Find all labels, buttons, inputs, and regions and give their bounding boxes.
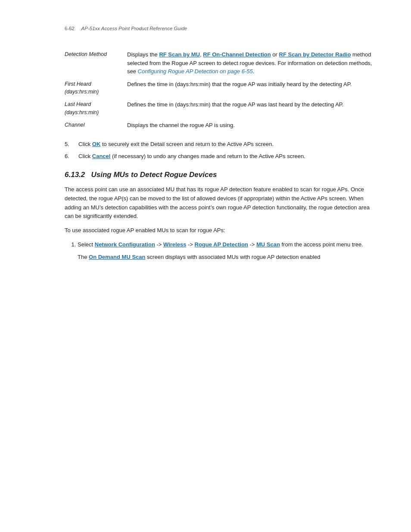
term-first-heard: First Heard(days:hrs:min) [65,78,127,99]
step-6-num: 6. [65,152,75,161]
link-configuring-rogue[interactable]: Configuring Rogue AP Detection on page 6… [138,68,253,75]
page-title: AP-51xx Access Point Product Reference G… [81,26,187,31]
link-rogue-ap-detection[interactable]: Rogue AP Detection [195,241,248,248]
def-last-heard: Defines the time in (days:hrs:min) that … [127,98,377,119]
step-6-text: Click Cancel (if necessary) to undo any … [78,152,305,161]
link-network-config[interactable]: Network Configuration [95,241,155,248]
section-heading: 6.13.2 Using MUs to Detect Rogue Devices [65,171,377,179]
page-number: 6-62 [65,26,75,31]
term-last-heard: Last Heard(days:hrs:min) [65,98,127,119]
term-detection-method: Detection Method [65,48,127,78]
link-ok[interactable]: OK [92,141,101,147]
section-number: 6.13.2 [65,171,85,179]
def-channel: Displays the channel the rogue AP is usi… [127,119,377,132]
link-wireless[interactable]: Wireless [163,241,186,248]
link-rf-on-channel[interactable]: RF On-Channel Detection [203,51,271,58]
step-5-text: Click OK to securely exit the Detail scr… [78,140,274,149]
def-detection-method: Displays the RF Scan by MU, RF On-Channe… [127,48,377,78]
numbered-steps-list: Select Network Configuration -> Wireless… [78,240,377,262]
definition-table: Detection Method Displays the RF Scan by… [65,48,377,131]
step-5: 5. Click OK to securely exit the Detail … [65,140,377,149]
body-para-2: To use associated rogue AP enabled MUs t… [65,226,377,235]
link-rf-scan-mu[interactable]: RF Scan by MU [159,51,200,58]
table-row: Last Heard(days:hrs:min) Defines the tim… [65,98,377,119]
table-row: First Heard(days:hrs:min) Defines the ti… [65,78,377,99]
step-6: 6. Click Cancel (if necessary) to undo a… [65,152,377,161]
table-row: Detection Method Displays the RF Scan by… [65,48,377,78]
link-mu-scan[interactable]: MU Scan [256,241,280,248]
page-header: 6-62 AP-51xx Access Point Product Refere… [65,26,377,31]
term-channel: Channel [65,119,127,132]
page: 6-62 AP-51xx Access Point Product Refere… [0,0,411,532]
section-title: Using MUs to Detect Rogue Devices [91,171,217,179]
step-1-sub-para: The On Demand MU Scan screen displays wi… [78,253,377,262]
link-cancel[interactable]: Cancel [92,153,111,159]
step-5-num: 5. [65,140,75,149]
def-first-heard: Defines the time in (days:hrs:min) that … [127,78,377,99]
link-on-demand-mu-scan[interactable]: On Demand MU Scan [89,254,145,260]
table-row: Channel Displays the channel the rogue A… [65,119,377,132]
simple-steps-list: 5. Click OK to securely exit the Detail … [65,140,377,160]
body-para-1: The access point can use an associated M… [65,185,377,221]
link-rf-detector-radio[interactable]: RF Scan by Detector Radio [279,51,351,58]
step-1-text: Select Network Configuration -> Wireless… [78,241,363,248]
numbered-step-1: Select Network Configuration -> Wireless… [78,240,377,262]
